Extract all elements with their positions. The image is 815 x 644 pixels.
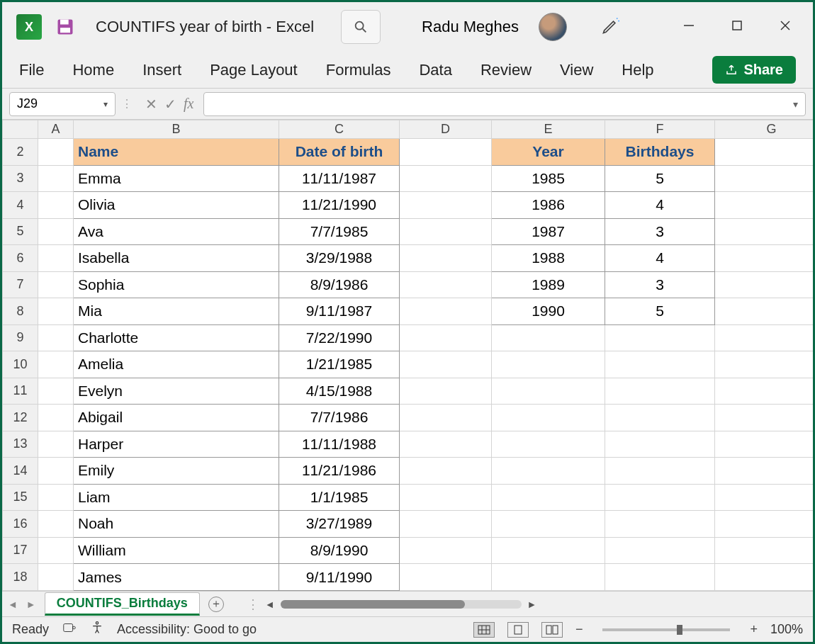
cell-G18[interactable] — [715, 564, 814, 591]
cell-F4[interactable]: 4 — [605, 192, 715, 219]
cell-D9[interactable] — [400, 324, 492, 351]
scroll-left-arrow-icon[interactable]: ◄ — [265, 599, 275, 610]
row-header[interactable]: 13 — [3, 431, 38, 458]
cell-F6[interactable]: 4 — [605, 245, 715, 272]
cell-B13[interactable]: Harper — [74, 431, 279, 458]
maximize-button[interactable] — [731, 19, 743, 35]
cell-D10[interactable] — [400, 351, 492, 378]
cell-F14[interactable] — [605, 458, 715, 485]
cell-B6[interactable]: Isabella — [74, 245, 279, 272]
cell-E9[interactable] — [492, 324, 605, 351]
cell-B15[interactable]: Liam — [74, 484, 279, 511]
cell-B14[interactable]: Emily — [74, 458, 279, 485]
cell-G8[interactable] — [715, 298, 814, 325]
cell-B17[interactable]: William — [74, 537, 279, 564]
cell-D12[interactable] — [400, 405, 492, 431]
cell-A3[interactable] — [38, 165, 74, 192]
cell-G9[interactable] — [715, 324, 814, 351]
cell-C8[interactable]: 9/11/1987 — [279, 298, 400, 325]
zoom-in-button[interactable]: + — [750, 622, 758, 637]
cell-E14[interactable] — [492, 458, 605, 485]
cell-F17[interactable] — [605, 537, 715, 564]
sheet-nav-prev-icon[interactable]: ◄ — [8, 599, 18, 610]
accessibility-icon[interactable] — [90, 621, 104, 638]
cell-F18[interactable] — [605, 564, 715, 591]
row-header[interactable]: 2 — [3, 139, 38, 166]
pen-sparkle-icon[interactable] — [601, 16, 621, 38]
cell-E2[interactable]: Year — [492, 139, 605, 166]
cell-D18[interactable] — [400, 564, 492, 591]
tab-help[interactable]: Help — [622, 61, 653, 79]
cell-G4[interactable] — [715, 192, 814, 219]
minimize-button[interactable] — [682, 19, 695, 35]
cell-E4[interactable]: 1986 — [492, 192, 605, 219]
cell-E18[interactable] — [492, 564, 605, 591]
tab-insert[interactable]: Insert — [142, 61, 181, 79]
cell-D5[interactable] — [400, 218, 492, 245]
cell-C14[interactable]: 11/21/1986 — [279, 458, 400, 485]
cell-E6[interactable]: 1988 — [492, 245, 605, 272]
chevron-down-icon[interactable]: ▾ — [103, 99, 108, 109]
cell-E8[interactable]: 1990 — [492, 298, 605, 325]
cell-F13[interactable] — [605, 431, 715, 458]
cell-F10[interactable] — [605, 351, 715, 378]
cell-G13[interactable] — [715, 431, 814, 458]
cell-A14[interactable] — [38, 458, 74, 485]
row-header[interactable]: 15 — [3, 484, 38, 511]
cell-F11[interactable] — [605, 378, 715, 405]
col-header-D[interactable]: D — [400, 120, 492, 139]
tab-review[interactable]: Review — [480, 61, 532, 79]
cell-G17[interactable] — [715, 537, 814, 564]
cell-D14[interactable] — [400, 458, 492, 485]
formula-bar-input[interactable]: ▾ — [203, 92, 806, 116]
cell-C15[interactable]: 1/1/1985 — [279, 484, 400, 511]
cell-F8[interactable]: 5 — [605, 298, 715, 325]
row-header[interactable]: 9 — [3, 324, 38, 351]
cell-G15[interactable] — [715, 484, 814, 511]
row-header[interactable]: 14 — [3, 458, 38, 485]
cell-C6[interactable]: 3/29/1988 — [279, 245, 400, 272]
cell-F15[interactable] — [605, 484, 715, 511]
zoom-slider-knob[interactable] — [677, 625, 682, 635]
cell-E7[interactable]: 1989 — [492, 271, 605, 298]
cell-C12[interactable]: 7/7/1986 — [279, 405, 400, 431]
cell-B16[interactable]: Noah — [74, 511, 279, 538]
spreadsheet-grid[interactable]: A B C D E F G 2NameDate of birthYearBirt… — [2, 120, 813, 591]
accept-formula-icon[interactable]: ✓ — [164, 96, 176, 113]
col-header-E[interactable]: E — [492, 120, 605, 139]
cell-E15[interactable] — [492, 484, 605, 511]
zoom-value[interactable]: 100% — [770, 622, 803, 637]
share-button[interactable]: Share — [712, 56, 796, 84]
view-page-break-icon[interactable] — [541, 622, 563, 638]
cell-D16[interactable] — [400, 511, 492, 538]
cell-F16[interactable] — [605, 511, 715, 538]
cell-A15[interactable] — [38, 484, 74, 511]
cell-D11[interactable] — [400, 378, 492, 405]
view-page-layout-icon[interactable] — [507, 622, 529, 638]
cell-B3[interactable]: Emma — [74, 165, 279, 192]
cell-G12[interactable] — [715, 405, 814, 431]
macro-record-icon[interactable] — [62, 620, 77, 639]
row-header[interactable]: 11 — [3, 378, 38, 405]
cell-B10[interactable]: Amelia — [74, 351, 279, 378]
cell-G3[interactable] — [715, 165, 814, 192]
cell-F9[interactable] — [605, 324, 715, 351]
sheet-tab-active[interactable]: COUNTIFS_Birthdays — [45, 592, 200, 616]
cell-B5[interactable]: Ava — [74, 218, 279, 245]
sheet-nav-next-icon[interactable]: ► — [26, 599, 36, 610]
cell-B7[interactable]: Sophia — [74, 271, 279, 298]
col-header-A[interactable]: A — [38, 120, 74, 139]
close-button[interactable] — [779, 19, 792, 35]
cancel-formula-icon[interactable]: ✕ — [145, 96, 157, 113]
row-header[interactable]: 17 — [3, 537, 38, 564]
cell-C4[interactable]: 11/21/1990 — [279, 192, 400, 219]
row-header[interactable]: 10 — [3, 351, 38, 378]
cell-C2[interactable]: Date of birth — [279, 139, 400, 166]
cell-D2[interactable] — [400, 139, 492, 166]
user-avatar[interactable] — [539, 13, 567, 41]
cell-C17[interactable]: 8/9/1990 — [279, 537, 400, 564]
cell-G14[interactable] — [715, 458, 814, 485]
select-all-corner[interactable] — [3, 120, 38, 139]
add-sheet-button[interactable]: ＋ — [208, 597, 224, 612]
cell-B12[interactable]: Abigail — [74, 405, 279, 431]
